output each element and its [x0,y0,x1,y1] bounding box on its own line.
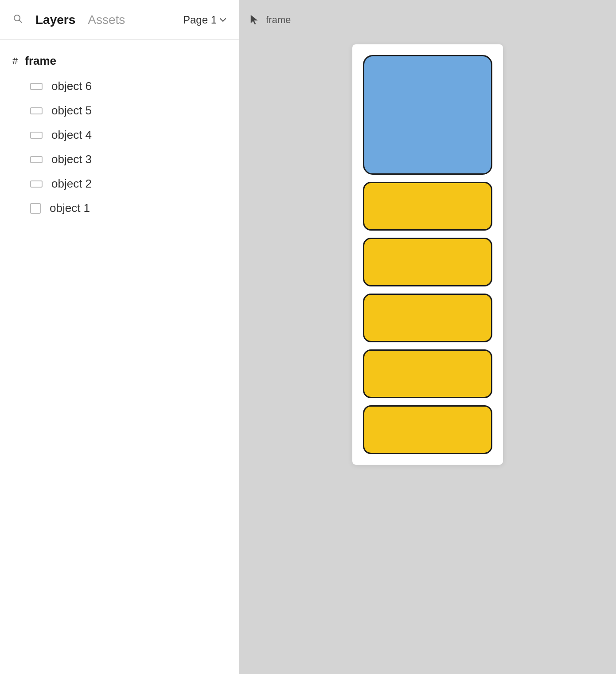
layer-item-frame[interactable]: # frame [0,48,239,74]
canvas-object-yellow[interactable] [363,405,492,454]
layer-label: object 2 [51,177,92,191]
layer-label: object 1 [50,201,90,215]
page-selector[interactable]: Page 1 [183,14,226,26]
frame-icon: # [12,55,18,67]
list-item[interactable]: object 1 [0,196,239,220]
list-item[interactable]: object 6 [0,74,239,98]
canvas-object-yellow[interactable] [363,238,492,286]
layer-list: # frame object 6 object 5 object 4 objec… [0,40,239,228]
cursor-icon [250,14,260,26]
canvas-object-yellow[interactable] [363,182,492,231]
list-item[interactable]: object 2 [0,172,239,196]
right-panel: frame [239,0,616,674]
list-item[interactable]: object 4 [0,123,239,147]
rect-wide-icon [30,156,43,163]
top-bar: Layers Assets Page 1 [0,0,239,40]
canvas-header: frame [239,0,616,40]
list-item[interactable]: object 3 [0,147,239,172]
canvas-frame-label: frame [266,14,291,26]
search-icon[interactable] [12,13,23,27]
left-panel: Layers Assets Page 1 # frame object 6 ob… [0,0,239,674]
layer-label: object 3 [51,153,92,166]
frame-container [352,44,503,465]
canvas-object-yellow[interactable] [363,294,492,342]
layer-label: object 5 [51,104,92,118]
list-item[interactable]: object 5 [0,98,239,123]
layer-label: object 4 [51,128,92,142]
canvas-object-blue[interactable] [363,55,492,175]
rect-wide-icon [30,180,43,188]
rect-wide-icon [30,83,43,90]
frame-name: frame [25,54,56,68]
canvas-area [239,40,616,674]
rect-wide-icon [30,132,43,139]
page-label: Page 1 [183,14,217,26]
rect-square-icon [30,203,41,214]
canvas-object-yellow[interactable] [363,349,492,398]
chevron-down-icon [219,16,226,24]
tab-assets[interactable]: Assets [88,13,125,27]
rect-wide-icon [30,107,43,114]
tab-layers[interactable]: Layers [35,13,75,27]
layer-label: object 6 [51,79,92,93]
svg-line-1 [19,20,22,23]
